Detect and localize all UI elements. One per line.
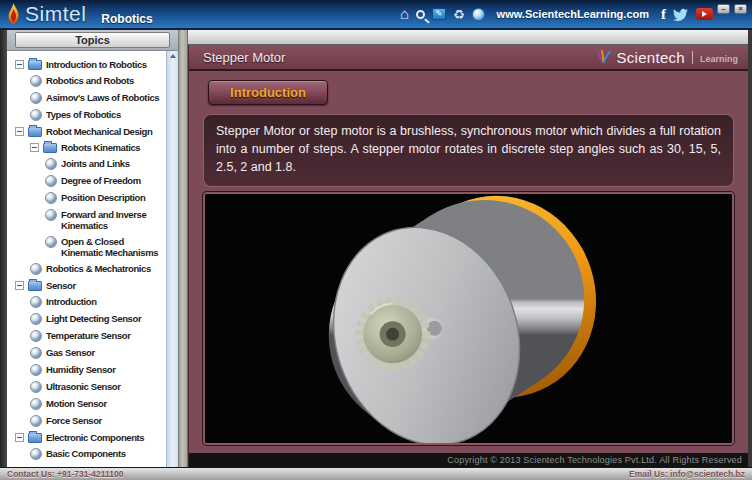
minimize-button[interactable]: – — [717, 4, 730, 14]
sidebar-scrollbar[interactable] — [166, 51, 178, 467]
topic-icon — [30, 313, 42, 325]
tree-item[interactable]: Forward and Inverse Kinematics — [7, 206, 163, 233]
tree-item[interactable]: Basic Components — [7, 445, 163, 462]
folder-icon — [28, 60, 42, 70]
tree-item[interactable]: Light Detecting Sensor — [7, 310, 163, 327]
tree-item-label: Position Description — [61, 192, 163, 203]
tree-item-label: Open & Closed Kinematic Mechanisms — [61, 236, 163, 258]
tree-item[interactable]: Motion Sensor — [7, 395, 163, 412]
scientech-logo: Scientech Learning — [595, 49, 738, 66]
topics-tree: Introduction to Robotics Robotics and Ro… — [7, 51, 165, 467]
folder-icon — [28, 127, 42, 137]
sidebar-content-divider — [179, 30, 188, 467]
topic-icon — [45, 192, 57, 204]
header-toolbar: ⌂ ✎ ♻ www.ScientechLearning.com f — [400, 6, 713, 23]
tree-item-label: Robots Kinematics — [61, 142, 163, 153]
tree-item-label: Robotics & Mechatronics — [46, 263, 163, 274]
topic-icon — [30, 364, 42, 376]
tree-item-label: Robotics and Robots — [46, 75, 163, 86]
email-text[interactable]: Email Us: info@scientech.bz — [629, 469, 745, 479]
tab-introduction[interactable]: Introduction — [208, 80, 328, 105]
collapse-icon[interactable] — [30, 143, 39, 152]
window-frame-left — [0, 30, 7, 467]
tree-item-label: Introduction — [46, 296, 163, 307]
tree-item[interactable]: Types of Robotics — [7, 106, 163, 123]
tree-item[interactable]: Humidity Sensor — [7, 361, 163, 378]
content-toolbar-strip — [188, 30, 748, 45]
tree-item[interactable]: Asimov's Laws of Robotics — [7, 89, 163, 106]
tree-item-label: Motion Sensor — [46, 398, 163, 409]
stepper-motor-3d-image — [205, 194, 732, 443]
tree-item[interactable]: Electronic Components — [7, 429, 163, 445]
tree-item[interactable]: Open & Closed Kinematic Mechanisms — [7, 233, 163, 260]
topics-header-button[interactable]: Topics — [15, 32, 170, 48]
topic-icon — [30, 296, 42, 308]
tree-item-label: Electronic Components — [46, 432, 163, 443]
topic-icon — [45, 236, 57, 248]
tree-item-label: Sensor — [46, 280, 163, 291]
tree-item[interactable]: Ultrasonic Sensor — [7, 378, 163, 395]
tree-item[interactable]: Introduction to Robotics — [7, 56, 163, 72]
app-window: Simtel Robotics ⌂ ✎ ♻ www.ScientechLearn… — [0, 0, 752, 480]
tree-item[interactable]: Joints and Links — [7, 155, 163, 172]
tree-item[interactable]: Sensor — [7, 277, 163, 293]
tree-item-label: Ultrasonic Sensor — [46, 381, 163, 392]
tree-item[interactable]: Robots Kinematics — [7, 139, 163, 155]
topic-icon — [30, 398, 42, 410]
topic-icon — [30, 75, 42, 87]
collapse-icon[interactable] — [15, 433, 24, 442]
tree-item[interactable]: Degree of Freedom — [7, 172, 163, 189]
folder-icon — [28, 433, 42, 443]
topic-icon — [30, 448, 42, 460]
tree-item-label: Types of Robotics — [46, 109, 163, 120]
tree-item-label: Temperature Sensor — [46, 330, 163, 341]
topic-icon — [30, 347, 42, 359]
logo-name: Scientech — [616, 49, 685, 66]
sidebar-header: Topics — [7, 30, 178, 51]
copyright-text: Copyright © 2013 Scientech Technologies … — [189, 453, 748, 467]
folder-icon — [43, 143, 57, 153]
media-viewport[interactable] — [203, 192, 734, 445]
collapse-icon[interactable] — [15, 60, 24, 69]
web-globe-icon[interactable] — [472, 8, 485, 21]
logo-tagline: Learning — [700, 54, 738, 64]
youtube-icon[interactable] — [696, 8, 713, 20]
search-icon[interactable] — [416, 10, 425, 19]
topic-icon — [30, 92, 42, 104]
tree-item[interactable]: Position Description — [7, 189, 163, 206]
topics-sidebar: Topics Introduction to Robotics — [7, 30, 179, 467]
tree-item[interactable]: Robotics and Robots — [7, 72, 163, 89]
tree-item[interactable]: Robot Mechanical Design — [7, 123, 163, 139]
tree-item[interactable]: Temperature Sensor — [7, 327, 163, 344]
scientech-logo-icon — [595, 49, 612, 65]
page-title: Stepper Motor — [203, 50, 285, 65]
tree-item-label: Force Sensor — [46, 415, 163, 426]
refresh-icon[interactable]: ♻ — [453, 8, 465, 21]
tree-item[interactable]: Robotics & Mechatronics — [7, 260, 163, 277]
tree-item-label: Robot Mechanical Design — [46, 126, 163, 137]
contact-text: Contact Us: +91-731-4211100 — [7, 469, 123, 479]
website-link[interactable]: www.ScientechLearning.com — [497, 8, 649, 20]
tree-item[interactable]: Force Sensor — [7, 412, 163, 429]
lesson-body: Introduction Stepper Motor or step motor… — [189, 71, 748, 453]
tree-item-label: Basic Components — [46, 448, 163, 459]
home-icon[interactable]: ⌂ — [400, 7, 409, 21]
topic-icon — [45, 158, 57, 170]
logo-divider — [692, 51, 693, 64]
tree-item[interactable]: Gas Sensor — [7, 344, 163, 361]
collapse-icon[interactable] — [15, 127, 24, 136]
topic-icon — [45, 175, 57, 187]
screen-edit-icon[interactable]: ✎ — [432, 8, 446, 20]
product-name: Robotics — [101, 12, 152, 26]
tree-item-label: Introduction to Robotics — [46, 59, 163, 70]
close-button[interactable]: × — [734, 4, 747, 14]
tree-item-label: Forward and Inverse Kinematics — [61, 209, 163, 231]
topic-icon — [30, 330, 42, 342]
tree-item[interactable]: Introduction — [7, 293, 163, 310]
main-area: Topics Introduction to Robotics — [0, 30, 752, 467]
twitter-icon[interactable] — [673, 8, 689, 21]
tree-item-label: Light Detecting Sensor — [46, 313, 163, 324]
scroll-up-icon[interactable] — [170, 54, 176, 58]
collapse-icon[interactable] — [15, 281, 24, 290]
facebook-icon[interactable]: f — [661, 6, 666, 23]
